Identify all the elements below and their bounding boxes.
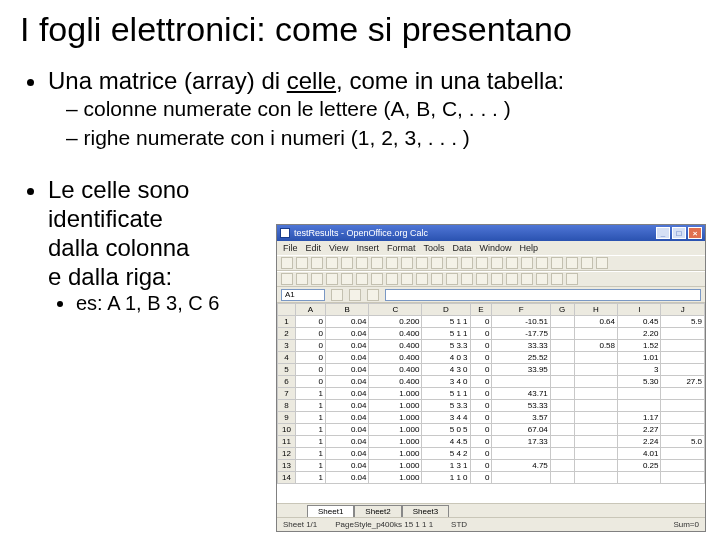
row-header-5[interactable]: 5: [278, 364, 296, 376]
cell-B4[interactable]: 0.04: [326, 352, 369, 364]
menu-window[interactable]: Window: [479, 243, 511, 253]
cell-B3[interactable]: 0.04: [326, 340, 369, 352]
cell-D12[interactable]: 5 4 2: [422, 448, 470, 460]
cell-C13[interactable]: 1.000: [369, 460, 422, 472]
cell-G7[interactable]: [550, 388, 574, 400]
menu-format[interactable]: Format: [387, 243, 416, 253]
toolbar-button[interactable]: [311, 273, 323, 285]
cell-J9[interactable]: [661, 412, 705, 424]
cell-D7[interactable]: 5 1 1: [422, 388, 470, 400]
cell-D5[interactable]: 4 3 0: [422, 364, 470, 376]
cell-C5[interactable]: 0.400: [369, 364, 422, 376]
col-header-B[interactable]: B: [326, 304, 369, 316]
toolbar-button[interactable]: [416, 273, 428, 285]
toolbar-button[interactable]: [566, 257, 578, 269]
toolbar-button[interactable]: [461, 273, 473, 285]
cell-G4[interactable]: [550, 352, 574, 364]
cell-F11[interactable]: 17.33: [492, 436, 550, 448]
menu-insert[interactable]: Insert: [356, 243, 379, 253]
cell-E3[interactable]: 0: [470, 340, 492, 352]
cell-G1[interactable]: [550, 316, 574, 328]
col-header-J[interactable]: J: [661, 304, 705, 316]
cell-D2[interactable]: 5 1 1: [422, 328, 470, 340]
titlebar[interactable]: testResults - OpenOffice.org Calc _ □ ×: [277, 225, 705, 241]
cell-B12[interactable]: 0.04: [326, 448, 369, 460]
cell-A12[interactable]: 1: [296, 448, 326, 460]
toolbar-button[interactable]: [296, 273, 308, 285]
cell-E7[interactable]: 0: [470, 388, 492, 400]
cell-G2[interactable]: [550, 328, 574, 340]
toolbar-button[interactable]: [536, 257, 548, 269]
cell-J10[interactable]: [661, 424, 705, 436]
cell-D9[interactable]: 3 4 4: [422, 412, 470, 424]
cell-F6[interactable]: [492, 376, 550, 388]
cell-A3[interactable]: 0: [296, 340, 326, 352]
cell-I6[interactable]: 5.30: [618, 376, 661, 388]
cell-B6[interactable]: 0.04: [326, 376, 369, 388]
cell-H12[interactable]: [574, 448, 617, 460]
cell-H8[interactable]: [574, 400, 617, 412]
row-header-6[interactable]: 6: [278, 376, 296, 388]
cell-G6[interactable]: [550, 376, 574, 388]
cell-F3[interactable]: 33.33: [492, 340, 550, 352]
cell-D3[interactable]: 5 3.3: [422, 340, 470, 352]
toolbar-button[interactable]: [446, 257, 458, 269]
cell-F13[interactable]: 4.75: [492, 460, 550, 472]
cell-B5[interactable]: 0.04: [326, 364, 369, 376]
row-header-2[interactable]: 2: [278, 328, 296, 340]
row-header-10[interactable]: 10: [278, 424, 296, 436]
col-header-I[interactable]: I: [618, 304, 661, 316]
cell-B7[interactable]: 0.04: [326, 388, 369, 400]
cell-J11[interactable]: 5.0: [661, 436, 705, 448]
col-header-D[interactable]: D: [422, 304, 470, 316]
cell-H3[interactable]: 0.58: [574, 340, 617, 352]
equals-button[interactable]: [367, 289, 379, 301]
cell-A1[interactable]: 0: [296, 316, 326, 328]
sum-button[interactable]: [349, 289, 361, 301]
cell-I8[interactable]: [618, 400, 661, 412]
toolbar-button[interactable]: [551, 257, 563, 269]
menu-view[interactable]: View: [329, 243, 348, 253]
cell-G5[interactable]: [550, 364, 574, 376]
name-box[interactable]: A1: [281, 289, 325, 301]
cell-E2[interactable]: 0: [470, 328, 492, 340]
col-header-C[interactable]: C: [369, 304, 422, 316]
close-button[interactable]: ×: [688, 227, 702, 239]
cell-H6[interactable]: [574, 376, 617, 388]
toolbar-button[interactable]: [581, 257, 593, 269]
toolbar-button[interactable]: [281, 273, 293, 285]
function-wizard-button[interactable]: [331, 289, 343, 301]
cell-A5[interactable]: 0: [296, 364, 326, 376]
toolbar-button[interactable]: [431, 273, 443, 285]
cell-D10[interactable]: 5 0 5: [422, 424, 470, 436]
cell-H10[interactable]: [574, 424, 617, 436]
cell-A7[interactable]: 1: [296, 388, 326, 400]
menu-help[interactable]: Help: [519, 243, 538, 253]
toolbar-button[interactable]: [296, 257, 308, 269]
cell-A6[interactable]: 0: [296, 376, 326, 388]
corner-cell[interactable]: [278, 304, 296, 316]
menu-tools[interactable]: Tools: [423, 243, 444, 253]
cell-J4[interactable]: [661, 352, 705, 364]
toolbar-button[interactable]: [401, 273, 413, 285]
cell-G8[interactable]: [550, 400, 574, 412]
row-header-8[interactable]: 8: [278, 400, 296, 412]
cell-C4[interactable]: 0.400: [369, 352, 422, 364]
sheet-tab-3[interactable]: Sheet3: [402, 505, 449, 517]
toolbar-button[interactable]: [476, 257, 488, 269]
cell-J14[interactable]: [661, 472, 705, 484]
toolbar-button[interactable]: [536, 273, 548, 285]
cell-H14[interactable]: [574, 472, 617, 484]
cell-I13[interactable]: 0.25: [618, 460, 661, 472]
cell-B1[interactable]: 0.04: [326, 316, 369, 328]
cell-E11[interactable]: 0: [470, 436, 492, 448]
cell-B13[interactable]: 0.04: [326, 460, 369, 472]
col-header-G[interactable]: G: [550, 304, 574, 316]
menu-data[interactable]: Data: [452, 243, 471, 253]
toolbar-button[interactable]: [356, 273, 368, 285]
cell-E9[interactable]: 0: [470, 412, 492, 424]
cell-J1[interactable]: 5.9: [661, 316, 705, 328]
cell-J6[interactable]: 27.5: [661, 376, 705, 388]
cell-A14[interactable]: 1: [296, 472, 326, 484]
cell-F1[interactable]: -10.51: [492, 316, 550, 328]
